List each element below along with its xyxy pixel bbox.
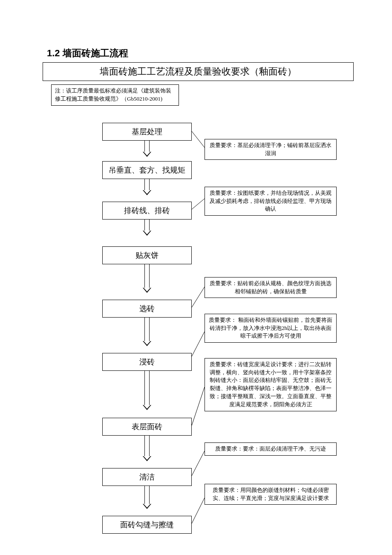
- svg-line-5: [192, 451, 205, 476]
- svg-line-4: [192, 387, 205, 425]
- flowchart: 基层处理 吊垂直、套方、找规矩 排砖线、排砖 贴灰饼 选砖 浸砖 表层面砖 清洁…: [43, 123, 354, 541]
- step-base-treatment: 基层处理: [102, 123, 192, 141]
- section-heading: 1.2 墙面砖施工流程: [47, 47, 354, 60]
- svg-line-3: [192, 332, 205, 356]
- arrow-icon: [143, 436, 151, 461]
- arrow-icon: [143, 220, 151, 236]
- svg-line-0: [192, 131, 205, 147]
- arrow-icon: [143, 371, 151, 410]
- step-surface-tiling: 表层面砖: [102, 418, 192, 436]
- arrow-icon: [143, 141, 151, 157]
- step-grouting: 面砖勾缝与擦缝: [102, 516, 192, 534]
- step-clean: 清洁: [102, 468, 192, 486]
- arrow-icon: [143, 318, 151, 346]
- arrow-icon: [143, 486, 151, 509]
- req-clean: 质量要求：要求：面层必须清理干净、无污迹: [205, 442, 337, 456]
- step-plumb-square: 吊垂直、套方、找规矩: [102, 161, 192, 179]
- req-select-tiles: 质量要求：贴砖前必须从规格、颜色纹理方面挑选相邻铺贴的砖，确保贴砖质量: [205, 277, 337, 298]
- req-layout-tiles: 质量要求：按图纸要求，并结合现场情况，从美观及减少损耗考虑，排砖放线必须经监理、…: [205, 187, 337, 216]
- svg-line-2: [192, 287, 205, 307]
- step-layout-tiles: 排砖线、排砖: [102, 202, 192, 220]
- arrow-icon: [143, 264, 151, 293]
- req-surface-tiling: 质量要求：砖缝宽度满足设计要求；进行二次贴转调整，横向、竖向砖缝大小一致，用十字…: [205, 358, 337, 411]
- title-box: 墙面砖施工工艺流程及质量验收要求（釉面砖）: [43, 62, 354, 81]
- arrow-icon: [143, 179, 151, 195]
- svg-line-1: [192, 199, 205, 209]
- req-grouting: 质量要求：用同颜色的嵌缝剂材料；勾缝必须密实、连续；平直光滑；宽度与深度满足设计…: [205, 484, 337, 505]
- step-mortar-dots: 贴灰饼: [102, 246, 192, 264]
- step-soak-tiles: 浸砖: [102, 353, 192, 371]
- svg-line-6: [192, 498, 205, 523]
- req-soak-tiles: 质量要求： 釉面砖和外墙面砖镶贴前，首先要将面砖清扫干净，放入净水中浸泡2h以上…: [205, 314, 337, 343]
- note-box: 注：该工序质量最低标准必须满足《建筑装饰装修工程施工质量验收规范》（Gb5021…: [51, 84, 179, 106]
- step-select-tiles: 选砖: [102, 300, 192, 318]
- req-base-treatment: 质量要求：基层必须清理干净；铺砖前基层应洒水湿润: [205, 139, 337, 160]
